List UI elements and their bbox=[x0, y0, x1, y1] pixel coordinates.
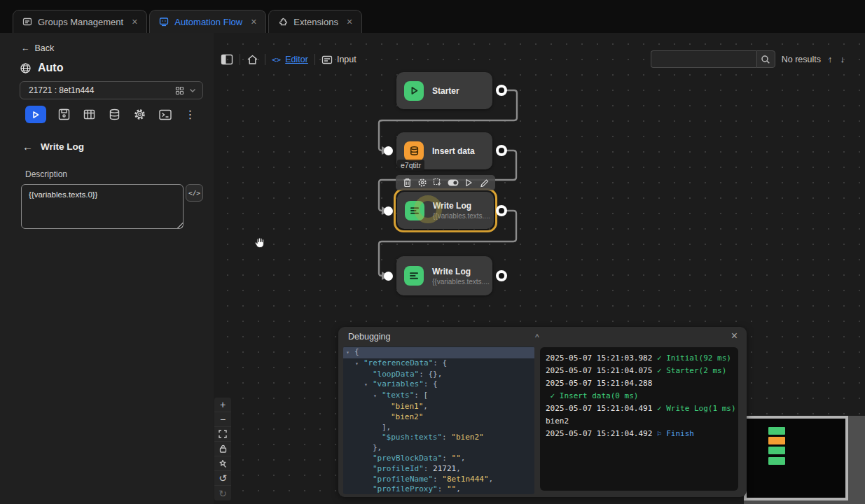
json-token: : bbox=[438, 484, 447, 493]
panel-toggle-icon[interactable] bbox=[221, 54, 233, 65]
close-icon[interactable]: × bbox=[132, 16, 137, 27]
gear-icon[interactable] bbox=[132, 107, 147, 122]
duplicate-icon[interactable] bbox=[432, 177, 443, 188]
minimap-node-bar bbox=[768, 427, 785, 435]
json-line[interactable]: ▾"texts": [ bbox=[343, 391, 534, 402]
expand-chevron-icon[interactable]: ▾ bbox=[346, 348, 354, 358]
input-port[interactable] bbox=[384, 272, 393, 281]
json-token: }, bbox=[373, 443, 382, 452]
json-token: "variables" bbox=[373, 379, 424, 388]
log-token: 2025-05-07 15:21:03.982 bbox=[546, 354, 657, 363]
json-token: , bbox=[461, 454, 466, 463]
description-input[interactable]: {{variables.texts.0}} bbox=[21, 184, 184, 229]
description-label: Description bbox=[25, 169, 67, 179]
tab-bar: Groups Management × Automation Flow × Ex… bbox=[0, 0, 865, 33]
minimap[interactable] bbox=[744, 416, 865, 504]
zoom-in-icon[interactable]: + bbox=[214, 398, 231, 412]
output-port[interactable] bbox=[496, 145, 507, 156]
expand-chevron-icon[interactable]: ▾ bbox=[355, 359, 364, 370]
tab-groups-management[interactable]: Groups Management × bbox=[13, 10, 147, 33]
run-node-icon[interactable] bbox=[463, 177, 474, 188]
close-icon[interactable]: × bbox=[347, 16, 352, 27]
json-line[interactable]: "profileName": "8et1n444", bbox=[343, 475, 534, 485]
database-icon[interactable] bbox=[107, 107, 122, 122]
terminal-icon[interactable] bbox=[158, 107, 172, 122]
toggle-on-icon[interactable] bbox=[448, 177, 459, 188]
json-line[interactable]: ▾"variables": { bbox=[343, 379, 534, 391]
json-line[interactable]: ▾"referenceData": { bbox=[343, 358, 534, 370]
search-icon[interactable] bbox=[756, 50, 775, 68]
output-port[interactable] bbox=[496, 270, 507, 281]
close-icon[interactable]: × bbox=[731, 330, 738, 342]
lock-icon[interactable] bbox=[214, 442, 231, 456]
log-view[interactable]: 2025-05-07 15:21:03.982 ✓ Initial(92 ms)… bbox=[540, 347, 738, 491]
json-line[interactable]: ▾{ bbox=[343, 347, 534, 358]
node-subtitle: {{variables.texts.... bbox=[432, 278, 490, 286]
json-token: "" bbox=[452, 454, 461, 463]
click-ripple bbox=[414, 195, 442, 223]
json-line[interactable]: "bien2" bbox=[343, 412, 534, 423]
json-line[interactable]: "$push:texts": "bien2" bbox=[343, 433, 534, 443]
tab-automation-flow[interactable]: Automation Flow × bbox=[149, 10, 266, 33]
extensions-icon bbox=[278, 17, 288, 27]
save-icon[interactable] bbox=[57, 107, 71, 122]
expand-chevron-icon[interactable]: ▾ bbox=[364, 380, 373, 391]
log-token: ✓ Write Log(1 ms) bbox=[657, 404, 736, 413]
search-input[interactable] bbox=[651, 50, 756, 68]
close-icon[interactable]: × bbox=[251, 16, 256, 27]
output-port[interactable] bbox=[496, 205, 507, 216]
profile-select[interactable]: 21721 : 8et1n444 bbox=[20, 81, 203, 99]
input-tab-link[interactable]: Input bbox=[321, 55, 357, 64]
minimap-node-bar bbox=[768, 437, 785, 444]
json-token: : bbox=[424, 464, 433, 473]
json-line[interactable]: "prevBlockData": "", bbox=[343, 454, 534, 464]
json-token: : bbox=[442, 454, 451, 463]
node-write-log-1[interactable]: Write Log {{variables.texts.... bbox=[397, 192, 494, 229]
table-icon[interactable] bbox=[82, 107, 97, 122]
collapse-icon[interactable]: ^ bbox=[535, 332, 539, 342]
minimap-viewport[interactable] bbox=[744, 416, 848, 500]
zoom-out-icon[interactable]: − bbox=[214, 412, 231, 427]
back-arrow-icon[interactable]: ← bbox=[22, 141, 33, 153]
home-icon[interactable] bbox=[247, 54, 258, 65]
node-write-log-2[interactable]: Write Log {{variables.texts.... bbox=[396, 256, 492, 295]
edit-icon[interactable] bbox=[478, 177, 490, 188]
expand-chevron-icon[interactable]: ▾ bbox=[373, 391, 382, 402]
editor-tab-link[interactable]: <> Editor bbox=[272, 55, 308, 64]
delete-icon[interactable] bbox=[401, 177, 413, 188]
json-line[interactable]: "profileId": 21721, bbox=[343, 464, 534, 475]
profile-select-value: 21721 : 8et1n444 bbox=[29, 85, 175, 95]
code-angle-icon: <> bbox=[272, 55, 281, 64]
wand-icon[interactable] bbox=[214, 456, 231, 471]
back-button[interactable]: ← Back bbox=[21, 43, 54, 53]
input-port[interactable] bbox=[384, 146, 393, 155]
minimap-node-bar bbox=[768, 457, 785, 465]
input-port[interactable] bbox=[384, 206, 393, 216]
json-token: , bbox=[489, 475, 494, 484]
settings-icon[interactable] bbox=[417, 177, 428, 188]
run-flow-button[interactable] bbox=[25, 106, 46, 123]
fit-view-icon[interactable] bbox=[214, 427, 231, 442]
json-token: "profileProxy" bbox=[373, 484, 438, 493]
json-line[interactable]: }, bbox=[343, 443, 534, 454]
sidebar-toolbar: ⋮ bbox=[25, 106, 198, 123]
json-line[interactable]: "profileProxy": "", bbox=[343, 484, 534, 494]
output-port[interactable] bbox=[496, 85, 507, 96]
redo-icon[interactable]: ↻ bbox=[214, 486, 231, 500]
globe-icon bbox=[20, 62, 32, 74]
node-title: Starter bbox=[432, 86, 459, 96]
node-starter[interactable]: Starter bbox=[396, 72, 492, 109]
json-view[interactable]: ▾{▾"referenceData": {"loopData": {},▾"va… bbox=[343, 346, 534, 494]
chevron-down-icon bbox=[189, 88, 196, 93]
json-line[interactable]: "bien1", bbox=[343, 402, 534, 412]
json-token: "profileId" bbox=[373, 464, 424, 473]
search-next-icon[interactable]: ↓ bbox=[840, 54, 846, 64]
json-line[interactable]: ], bbox=[343, 423, 534, 433]
tab-label: Groups Management bbox=[38, 17, 123, 27]
code-editor-button[interactable]: </> bbox=[186, 184, 203, 202]
json-line[interactable]: "loopData": {}, bbox=[343, 370, 534, 380]
more-icon[interactable]: ⋮ bbox=[183, 107, 198, 122]
undo-icon[interactable]: ↺ bbox=[214, 471, 231, 486]
search-prev-icon[interactable]: ↑ bbox=[827, 54, 833, 64]
tab-extensions[interactable]: Extensions × bbox=[268, 10, 362, 33]
